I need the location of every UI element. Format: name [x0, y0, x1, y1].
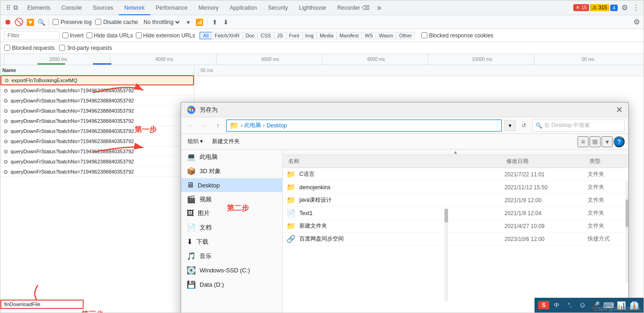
tab-recorder[interactable]: Recorder ⌫: [332, 0, 375, 15]
back-button[interactable]: ←: [185, 120, 196, 131]
clear-icon[interactable]: 🚫: [15, 18, 23, 26]
disable-cache-input[interactable]: [95, 19, 101, 25]
filter-btn-other[interactable]: Other: [396, 32, 415, 39]
network-item-2[interactable]: ⊙ queryDownFrStatus?batchNo=719496238884…: [0, 96, 194, 106]
tab-performance[interactable]: Performance: [150, 0, 193, 15]
file-item-5[interactable]: 🔗 百度网盘同步空间 2023/10/6 12:00 快捷方式: [283, 233, 628, 246]
network-item-0[interactable]: ⊙ exportFInToBookingExcelMQ: [0, 75, 194, 85]
breadcrumb-desktop[interactable]: Desktop: [267, 122, 287, 129]
filter-input[interactable]: [4, 31, 60, 40]
file-item-2[interactable]: 📁 java课程设计 2021/1/9 12:00 文件夹: [283, 194, 628, 207]
tab-lighthouse[interactable]: Lighthouse: [293, 0, 332, 15]
network-item-5[interactable]: ⊙ queryDownFrStatus?batchNo=719496238884…: [0, 126, 194, 136]
upload-icon[interactable]: ⬆: [211, 18, 219, 26]
preserve-log-checkbox[interactable]: Preserve log: [53, 19, 91, 25]
sidebar-item-video[interactable]: 🎬 视频: [181, 192, 282, 206]
blocked-requests-checkbox[interactable]: Blocked requests: [4, 45, 55, 51]
search-icon[interactable]: 🔍: [37, 18, 45, 26]
more-menu-icon[interactable]: ⋮: [631, 3, 642, 12]
throttle-dropdown-icon[interactable]: ▾: [185, 18, 192, 26]
preserve-log-input[interactable]: [53, 19, 59, 25]
findownload-item[interactable]: finDownloadFile: [0, 300, 84, 309]
more-tabs-icon[interactable]: »: [375, 3, 383, 12]
file-date-3: 2021/1/9 12:04: [504, 210, 588, 217]
file-item-0[interactable]: 📁 C语言 2021/7/22 11:01 文件夹: [283, 168, 628, 181]
filter-btn-fetch[interactable]: Fetch/XHR: [212, 32, 243, 39]
file-name-0: C语言: [299, 170, 504, 178]
settings-network-icon[interactable]: ⚙: [633, 18, 640, 26]
up-button[interactable]: ↑: [213, 120, 224, 131]
timeline-marker-6: 00 ms: [534, 54, 640, 65]
sidebar-item-pictures[interactable]: 🖼 图片: [181, 206, 282, 220]
taskbar-icon-zh[interactable]: 中: [551, 301, 562, 309]
help-button[interactable]: ?: [614, 136, 625, 147]
hide-data-urls-checkbox[interactable]: Hide data URLs: [86, 32, 133, 39]
filelist-scrollbar-thumb: [444, 209, 448, 223]
new-folder-button[interactable]: 新建文件夹: [209, 137, 243, 146]
filter-btn-doc[interactable]: Doc: [243, 32, 258, 39]
filter-btn-media[interactable]: Media: [316, 32, 336, 39]
organize-button[interactable]: 组织 ▾: [185, 137, 206, 146]
tab-security[interactable]: Security: [262, 0, 293, 15]
sidebar-item-d-drive[interactable]: 💾 Data (D:): [181, 277, 282, 292]
sidebar-label-d-drive: Data (D:): [200, 281, 224, 288]
throttle-select[interactable]: No throttling: [142, 18, 181, 26]
detail-view-button[interactable]: ⊞: [589, 136, 601, 147]
search-box[interactable]: 🔍 在 Desktop 中搜索: [532, 120, 625, 132]
filter-btn-wasm[interactable]: Wasm: [376, 32, 396, 39]
breadcrumb-dropdown[interactable]: ▾: [504, 120, 516, 131]
sidebar-item-music[interactable]: 🎵 音乐: [181, 249, 282, 263]
filter-btn-ws[interactable]: WS: [361, 32, 376, 39]
sidebar-item-c-drive[interactable]: 💽 Windows-SSD (C:): [181, 263, 282, 277]
filter-btn-manifest[interactable]: Manifest: [336, 32, 362, 39]
network-item-9[interactable]: ⊙ queryDownFrStatus?batchNo=719496238884…: [0, 167, 194, 177]
filter-btn-font[interactable]: Font: [286, 32, 302, 39]
file-item-4[interactable]: 📁 新建文件夹 2021/4/27 10:09 文件夹: [283, 220, 628, 233]
network-item-1[interactable]: ⊙ queryDownFrStatus?batchNo=719496238884…: [0, 85, 194, 96]
network-item-6[interactable]: ⊙ queryDownFrStatus?batchNo=719496238884…: [0, 136, 194, 146]
sidebar-item-computer[interactable]: 💻 此电脑: [181, 150, 282, 164]
network-item-8[interactable]: ⊙ queryDownFrStatus?batchNo=719496238884…: [0, 156, 194, 167]
network-item-4-name: queryDownFrStatus?batchNo=71949623888403…: [11, 116, 134, 126]
third-party-checkbox[interactable]: 3rd-party requests: [59, 45, 112, 51]
tab-network[interactable]: Network: [119, 0, 150, 15]
sidebar-item-docs[interactable]: 📄 文档: [181, 220, 282, 235]
wf-marker-1: 00 ms: [198, 65, 640, 76]
filter-btn-all[interactable]: All: [200, 32, 211, 39]
file-item-3[interactable]: 📄 Text1 2021/1/9 12:04 文件夹: [283, 207, 628, 220]
tab-application[interactable]: Application: [224, 0, 262, 15]
blocked-response-checkbox[interactable]: Blocked response cookies: [421, 32, 493, 39]
tab-elements[interactable]: Elements: [22, 0, 56, 15]
sidebar-item-desktop[interactable]: 🖥 Desktop: [181, 178, 282, 192]
taskbar-icon-s: S: [538, 301, 549, 309]
new-folder-label: 新建文件夹: [212, 138, 240, 145]
network-item-3[interactable]: ⊙ queryDownFrStatus?batchNo=719496238884…: [0, 106, 194, 116]
file-item-1[interactable]: 📁 demojenkins 2021/11/12 15:50 文件夹: [283, 181, 628, 194]
forward-button[interactable]: →: [199, 120, 210, 131]
network-item-7-name: queryDownFrStatus?batchNo=71949623888403…: [11, 146, 134, 156]
network-item-7[interactable]: ⊙ queryDownFrStatus?batchNo=719496238884…: [0, 146, 194, 156]
filter-btn-css[interactable]: CSS: [257, 32, 274, 39]
dialog-close-button[interactable]: ✕: [616, 105, 623, 115]
record-icon[interactable]: ⏺: [4, 18, 12, 26]
sidebar-item-downloads[interactable]: ⬇ 下载: [181, 235, 282, 249]
tab-sources[interactable]: Sources: [87, 0, 119, 15]
tab-memory[interactable]: Memory: [193, 0, 224, 15]
filter-btn-img[interactable]: Img: [302, 32, 316, 39]
invert-checkbox[interactable]: Invert: [62, 32, 84, 39]
sidebar-item-3d[interactable]: 📦 3D 对象: [181, 164, 282, 178]
download-icon[interactable]: ⬇: [222, 18, 230, 26]
breadcrumb-computer[interactable]: 此电脑: [244, 121, 261, 129]
hide-ext-urls-checkbox[interactable]: Hide extension URLs: [136, 32, 195, 39]
list-view-button[interactable]: ≡: [577, 136, 589, 147]
filter-icon[interactable]: 🔽: [26, 18, 34, 26]
view-dropdown-button[interactable]: ▾: [601, 136, 613, 147]
filter-btn-js[interactable]: JS: [274, 32, 286, 39]
toolbar-right: ⚙: [633, 18, 640, 26]
disable-cache-checkbox[interactable]: Disable cache: [95, 19, 138, 25]
tab-console[interactable]: Console: [56, 0, 87, 15]
settings-icon[interactable]: ⚙: [619, 3, 631, 12]
network-item-4[interactable]: ⊙ queryDownFrStatus?batchNo=719496238884…: [0, 116, 194, 126]
refresh-button[interactable]: ↺: [518, 120, 529, 131]
network-item-0-icon: ⊙: [3, 77, 10, 84]
